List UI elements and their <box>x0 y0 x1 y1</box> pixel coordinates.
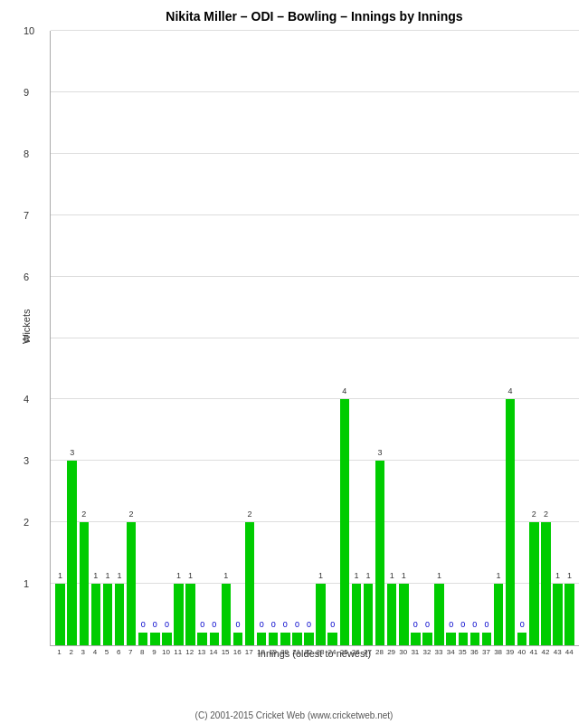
x-axis-tick-label: 2 <box>65 648 77 656</box>
bar: 1 <box>174 584 183 645</box>
bar-value-label: 0 <box>307 620 311 629</box>
x-axis-tick-label: 29 <box>385 648 397 656</box>
bar: 0 <box>517 633 526 645</box>
bar-value-label: 1 <box>118 571 122 580</box>
x-axis-tick-label: 13 <box>195 648 207 656</box>
bar-group: 0 <box>445 31 457 645</box>
bar: 4 <box>506 399 515 645</box>
bar: 0 <box>446 633 455 645</box>
bar-value-label: 1 <box>402 571 406 580</box>
footer: (C) 2001-2015 Cricket Web (www.cricketwe… <box>0 710 588 720</box>
bar-group: 1 <box>552 31 564 645</box>
bar: 1 <box>55 584 64 645</box>
bar-value-label: 0 <box>484 620 488 629</box>
bar-group: 0 <box>457 31 469 645</box>
bar-group: 1 <box>90 31 101 645</box>
x-axis-tick-label: 43 <box>552 648 564 656</box>
bar: 0 <box>327 633 337 645</box>
bar: 4 <box>340 399 349 645</box>
chart-area: 12345678910 1321112000110010200000104113… <box>50 31 579 646</box>
bar-group: 0 <box>208 31 220 645</box>
bar: 1 <box>185 584 194 645</box>
y-tick-label: 6 <box>24 272 29 282</box>
bar-group: 1 <box>398 31 410 645</box>
bar: 1 <box>103 584 112 645</box>
bar-group: 0 <box>327 31 338 645</box>
x-axis-tick-label: 27 <box>362 648 374 656</box>
bar-group: 1 <box>362 31 374 645</box>
bar-value-label: 0 <box>200 620 204 629</box>
bar: 0 <box>470 633 479 645</box>
x-axis-tick-label: 12 <box>184 648 195 656</box>
bar-group: 2 <box>78 31 90 645</box>
bar-value-label: 1 <box>58 571 62 580</box>
x-axis-tick-label: 42 <box>539 648 551 656</box>
x-axis-tick-label: 18 <box>255 648 267 656</box>
bar-group: 4 <box>505 31 517 645</box>
bar-value-label: 0 <box>165 620 169 629</box>
bar-group: 1 <box>350 31 362 645</box>
bar: 0 <box>257 633 266 645</box>
x-axis-tick-label: 14 <box>207 648 219 656</box>
bar-group: 1 <box>54 31 66 645</box>
bar: 2 <box>80 522 89 645</box>
y-tick-label: 2 <box>24 517 29 528</box>
x-axis-tick-label: 22 <box>302 648 314 656</box>
x-axis-tick-label: 40 <box>516 648 527 656</box>
x-axis-tick-label: 23 <box>314 648 326 656</box>
y-tick-label: 7 <box>24 210 29 221</box>
bar-value-label: 1 <box>223 571 228 580</box>
bar: 3 <box>67 461 76 645</box>
bar-value-label: 0 <box>260 620 264 629</box>
x-axis-tick-label: 3 <box>77 648 89 656</box>
bar-group: 0 <box>196 31 208 645</box>
bar-value-label: 0 <box>283 620 288 629</box>
bar: 1 <box>91 584 100 645</box>
bar: 1 <box>352 584 361 645</box>
y-tick-label: 9 <box>24 87 29 98</box>
bar-value-label: 2 <box>544 510 548 519</box>
x-axis-tick-label: 44 <box>564 648 575 656</box>
bar: 2 <box>127 522 136 645</box>
x-axis-tick-label: 20 <box>279 648 290 656</box>
y-tick-label: 8 <box>24 148 29 159</box>
bar: 2 <box>541 522 550 645</box>
x-axis-tick-label: 4 <box>89 648 100 656</box>
x-axis-tick-label: 11 <box>172 648 184 656</box>
bar-group: 1 <box>492 31 504 645</box>
bar-value-label: 1 <box>390 571 394 580</box>
y-tick-label: 10 <box>24 25 34 36</box>
x-axis-tick-label: 5 <box>100 648 112 656</box>
y-tick-label: 4 <box>24 394 29 405</box>
bar-group: 2 <box>126 31 138 645</box>
bar-value-label: 2 <box>248 510 252 519</box>
bar-value-label: 3 <box>378 448 383 457</box>
bar-value-label: 0 <box>425 620 430 629</box>
bar-group: 1 <box>113 31 125 645</box>
x-axis-tick-label: 34 <box>445 648 457 656</box>
bar: 1 <box>553 584 562 645</box>
bar-group: 2 <box>540 31 552 645</box>
x-axis-tick-label: 37 <box>480 648 492 656</box>
bar: 1 <box>434 584 443 645</box>
x-axis-tick-label: 17 <box>243 648 255 656</box>
x-axis-tick-label: 39 <box>504 648 516 656</box>
bar-group: 0 <box>480 31 492 645</box>
bar-value-label: 4 <box>342 386 346 395</box>
bar: 0 <box>482 633 491 645</box>
chart-container: Nikita Miller – ODI – Bowling – Innings … <box>0 0 588 724</box>
x-axis-tick-label: 6 <box>113 648 125 656</box>
bar-group: 0 <box>149 31 161 645</box>
bar-value-label: 1 <box>497 571 501 580</box>
x-axis-tick-label: 16 <box>232 648 243 656</box>
bar-value-label: 0 <box>141 620 146 629</box>
bar-value-label: 2 <box>129 510 134 519</box>
bar-group: 1 <box>433 31 445 645</box>
bar: 0 <box>162 633 171 645</box>
bar-group: 3 <box>66 31 78 645</box>
bar-value-label: 0 <box>235 620 240 629</box>
bar: 0 <box>150 633 159 645</box>
bar: 1 <box>115 584 124 645</box>
x-axis-tick-label: 1 <box>53 648 65 656</box>
bar-group: 0 <box>138 31 149 645</box>
